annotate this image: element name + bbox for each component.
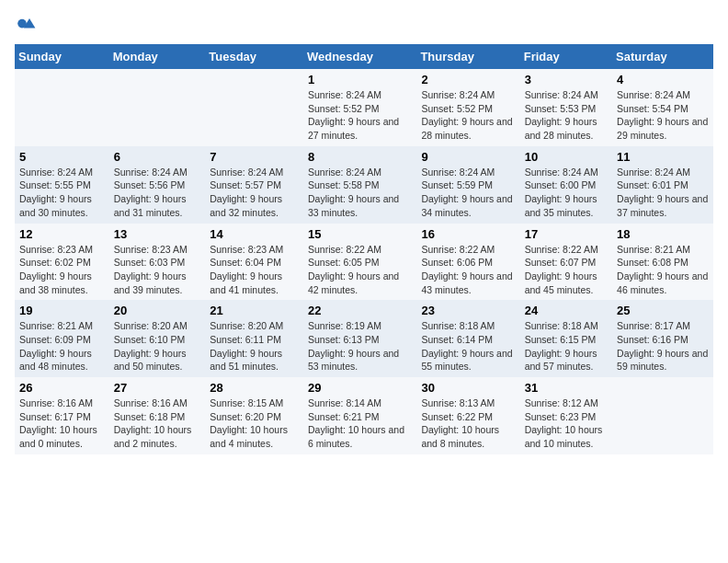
calendar-cell: 26Sunrise: 8:16 AM Sunset: 6:17 PM Dayli… [15,377,109,454]
calendar-cell: 3Sunrise: 8:24 AM Sunset: 5:53 PM Daylig… [520,69,612,146]
weekday-header: Thursday [416,44,519,69]
weekday-header: Monday [109,44,206,69]
calendar-cell: 16Sunrise: 8:22 AM Sunset: 6:06 PM Dayli… [416,224,519,301]
day-number: 25 [617,304,709,317]
day-number: 31 [525,381,608,395]
weekday-header: Friday [520,44,612,69]
calendar-cell: 1Sunrise: 8:24 AM Sunset: 5:52 PM Daylig… [303,69,416,146]
page-header [15,15,713,37]
day-number: 22 [308,304,412,317]
calendar-cell: 14Sunrise: 8:23 AM Sunset: 6:04 PM Dayli… [205,224,303,301]
calendar-week-row: 1Sunrise: 8:24 AM Sunset: 5:52 PM Daylig… [15,69,713,146]
day-number: 16 [421,227,515,241]
calendar-week-row: 12Sunrise: 8:23 AM Sunset: 6:02 PM Dayli… [15,224,713,301]
cell-content: Sunrise: 8:21 AM Sunset: 6:08 PM Dayligh… [617,243,709,297]
cell-content: Sunrise: 8:21 AM Sunset: 6:09 PM Dayligh… [19,319,105,373]
calendar-cell [205,69,303,146]
logo-icon [15,15,37,37]
calendar-cell: 18Sunrise: 8:21 AM Sunset: 6:08 PM Dayli… [612,224,713,301]
day-number: 7 [210,150,299,164]
cell-content: Sunrise: 8:24 AM Sunset: 5:56 PM Dayligh… [114,166,201,220]
calendar-cell: 30Sunrise: 8:13 AM Sunset: 6:22 PM Dayli… [416,377,519,454]
cell-content: Sunrise: 8:24 AM Sunset: 6:01 PM Dayligh… [617,166,709,220]
day-number: 12 [19,227,105,241]
day-number: 24 [525,304,608,317]
calendar-cell: 23Sunrise: 8:18 AM Sunset: 6:14 PM Dayli… [416,300,519,377]
cell-content: Sunrise: 8:16 AM Sunset: 6:17 PM Dayligh… [19,396,105,451]
day-number: 8 [308,150,412,164]
calendar-cell: 17Sunrise: 8:22 AM Sunset: 6:07 PM Dayli… [520,224,612,301]
day-number: 15 [308,227,412,241]
cell-content: Sunrise: 8:19 AM Sunset: 6:13 PM Dayligh… [308,319,412,373]
calendar-cell: 24Sunrise: 8:18 AM Sunset: 6:15 PM Dayli… [520,300,612,377]
calendar-cell: 31Sunrise: 8:12 AM Sunset: 6:23 PM Dayli… [520,377,612,454]
weekday-header: Saturday [612,44,713,69]
day-number: 17 [525,227,608,241]
cell-content: Sunrise: 8:14 AM Sunset: 6:21 PM Dayligh… [308,396,412,451]
calendar-cell: 15Sunrise: 8:22 AM Sunset: 6:05 PM Dayli… [303,224,416,301]
day-number: 6 [114,150,201,164]
calendar-cell: 19Sunrise: 8:21 AM Sunset: 6:09 PM Dayli… [15,300,109,377]
cell-content: Sunrise: 8:24 AM Sunset: 5:59 PM Dayligh… [421,166,515,220]
cell-content: Sunrise: 8:24 AM Sunset: 5:53 PM Dayligh… [525,88,608,143]
day-number: 19 [19,304,105,317]
cell-content: Sunrise: 8:23 AM Sunset: 6:03 PM Dayligh… [114,243,201,297]
cell-content: Sunrise: 8:12 AM Sunset: 6:23 PM Dayligh… [525,396,608,451]
cell-content: Sunrise: 8:20 AM Sunset: 6:10 PM Dayligh… [114,319,201,373]
day-number: 11 [617,150,709,164]
cell-content: Sunrise: 8:24 AM Sunset: 5:52 PM Dayligh… [421,88,515,143]
cell-content: Sunrise: 8:24 AM Sunset: 5:54 PM Dayligh… [617,88,709,143]
cell-content: Sunrise: 8:24 AM Sunset: 5:52 PM Dayligh… [308,88,412,143]
calendar-cell: 20Sunrise: 8:20 AM Sunset: 6:10 PM Dayli… [109,300,206,377]
cell-content: Sunrise: 8:24 AM Sunset: 6:00 PM Dayligh… [525,166,608,220]
svg-point-1 [17,19,27,29]
calendar-cell: 28Sunrise: 8:15 AM Sunset: 6:20 PM Dayli… [205,377,303,454]
cell-content: Sunrise: 8:15 AM Sunset: 6:20 PM Dayligh… [210,396,299,451]
calendar-cell: 11Sunrise: 8:24 AM Sunset: 6:01 PM Dayli… [612,146,713,224]
calendar-cell [15,69,109,146]
calendar-week-row: 19Sunrise: 8:21 AM Sunset: 6:09 PM Dayli… [15,300,713,377]
day-number: 26 [19,381,105,395]
day-number: 13 [114,227,201,241]
day-number: 27 [114,381,201,395]
cell-content: Sunrise: 8:23 AM Sunset: 6:02 PM Dayligh… [19,243,105,297]
cell-content: Sunrise: 8:24 AM Sunset: 5:55 PM Dayligh… [19,166,105,220]
calendar-header: SundayMondayTuesdayWednesdayThursdayFrid… [15,44,713,69]
cell-content: Sunrise: 8:22 AM Sunset: 6:07 PM Dayligh… [525,243,608,297]
cell-content: Sunrise: 8:18 AM Sunset: 6:14 PM Dayligh… [421,319,515,373]
calendar-cell: 29Sunrise: 8:14 AM Sunset: 6:21 PM Dayli… [303,377,416,454]
calendar-cell: 7Sunrise: 8:24 AM Sunset: 5:57 PM Daylig… [205,146,303,224]
day-number: 4 [617,73,709,86]
cell-content: Sunrise: 8:22 AM Sunset: 6:05 PM Dayligh… [308,243,412,297]
calendar-cell: 21Sunrise: 8:20 AM Sunset: 6:11 PM Dayli… [205,300,303,377]
cell-content: Sunrise: 8:24 AM Sunset: 5:58 PM Dayligh… [308,166,412,220]
weekday-header: Wednesday [303,44,416,69]
calendar-cell: 9Sunrise: 8:24 AM Sunset: 5:59 PM Daylig… [416,146,519,224]
calendar-cell: 10Sunrise: 8:24 AM Sunset: 6:00 PM Dayli… [520,146,612,224]
day-number: 9 [421,150,515,164]
cell-content: Sunrise: 8:20 AM Sunset: 6:11 PM Dayligh… [210,319,299,373]
day-number: 2 [421,73,515,86]
cell-content: Sunrise: 8:22 AM Sunset: 6:06 PM Dayligh… [421,243,515,297]
cell-content: Sunrise: 8:13 AM Sunset: 6:22 PM Dayligh… [421,396,515,451]
calendar-cell: 6Sunrise: 8:24 AM Sunset: 5:56 PM Daylig… [109,146,206,224]
calendar-cell: 8Sunrise: 8:24 AM Sunset: 5:58 PM Daylig… [303,146,416,224]
day-number: 29 [308,381,412,395]
calendar-cell [109,69,206,146]
calendar-cell [612,377,713,454]
calendar-table: SundayMondayTuesdayWednesdayThursdayFrid… [15,44,713,454]
day-number: 18 [617,227,709,241]
calendar-cell: 25Sunrise: 8:17 AM Sunset: 6:16 PM Dayli… [612,300,713,377]
calendar-cell: 4Sunrise: 8:24 AM Sunset: 5:54 PM Daylig… [612,69,713,146]
weekday-header: Tuesday [205,44,303,69]
day-number: 14 [210,227,299,241]
calendar-week-row: 26Sunrise: 8:16 AM Sunset: 6:17 PM Dayli… [15,377,713,454]
day-number: 1 [308,73,412,86]
weekday-header: Sunday [15,44,109,69]
day-number: 21 [210,304,299,317]
cell-content: Sunrise: 8:16 AM Sunset: 6:18 PM Dayligh… [114,396,201,451]
cell-content: Sunrise: 8:24 AM Sunset: 5:57 PM Dayligh… [210,166,299,220]
header-row: SundayMondayTuesdayWednesdayThursdayFrid… [15,44,713,69]
day-number: 28 [210,381,299,395]
cell-content: Sunrise: 8:18 AM Sunset: 6:15 PM Dayligh… [525,319,608,373]
